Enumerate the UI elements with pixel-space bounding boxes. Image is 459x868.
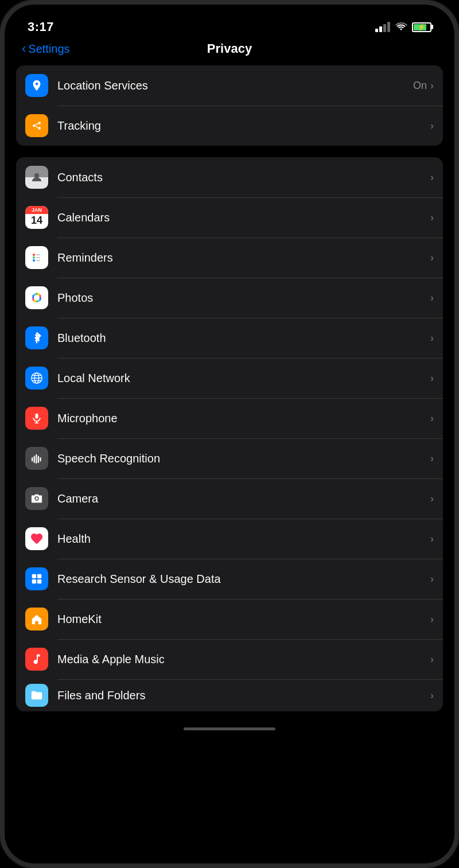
health-icon — [25, 527, 48, 550]
calendars-label: Calendars — [57, 211, 430, 224]
signal-bar-3 — [383, 24, 386, 32]
location-services-icon — [25, 74, 48, 97]
homekit-icon — [25, 608, 48, 630]
contacts-row[interactable]: Contacts › — [16, 157, 443, 197]
camera-chevron-icon: › — [430, 493, 434, 505]
bluetooth-icon — [25, 326, 48, 349]
svg-rect-26 — [36, 414, 38, 419]
microphone-icon — [25, 407, 48, 430]
bluetooth-row[interactable]: Bluetooth › — [16, 318, 443, 358]
svg-rect-39 — [37, 579, 41, 583]
files-folders-chevron-icon: › — [430, 690, 434, 702]
svg-point-1 — [38, 122, 41, 124]
calendars-row[interactable]: JAN 14 Calendars › — [16, 197, 443, 238]
svg-point-20 — [34, 295, 40, 301]
local-network-row[interactable]: Local Network › — [16, 358, 443, 398]
speech-recognition-icon — [25, 447, 48, 470]
phone-screen: 3:17 — [5, 5, 454, 863]
files-folders-icon — [25, 684, 48, 707]
research-sensor-chevron-icon: › — [430, 573, 434, 585]
reminders-label: Reminders — [57, 251, 430, 264]
svg-line-4 — [36, 126, 38, 128]
speech-recognition-chevron-icon: › — [430, 453, 434, 465]
speech-recognition-label: Speech Recognition — [57, 452, 430, 465]
svg-rect-38 — [32, 579, 36, 583]
battery-icon: ⚡ — [412, 22, 431, 32]
signal-bar-1 — [375, 29, 378, 32]
media-music-icon — [25, 648, 48, 671]
nav-bar: ‹ Settings Privacy — [5, 39, 454, 65]
wifi-icon — [395, 21, 407, 33]
reminders-icon — [25, 246, 48, 269]
research-sensor-label: Research Sensor & Usage Data — [57, 573, 430, 586]
research-sensor-icon — [25, 567, 48, 590]
svg-rect-29 — [32, 457, 33, 461]
settings-group-2: Contacts › JAN 14 Calendars › — [16, 157, 443, 711]
location-services-value: On — [413, 80, 427, 92]
tracking-label: Tracking — [57, 119, 430, 133]
health-label: Health — [57, 532, 430, 546]
speech-recognition-row[interactable]: Speech Recognition › — [16, 438, 443, 478]
tracking-chevron-icon: › — [430, 120, 434, 132]
phone-frame: 3:17 — [0, 0, 459, 868]
dynamic-island — [195, 13, 264, 30]
calendars-chevron-icon: › — [430, 212, 434, 224]
files-folders-label: Files and Folders — [57, 689, 430, 702]
back-button[interactable]: ‹ Settings — [22, 41, 70, 56]
svg-rect-31 — [36, 454, 37, 464]
microphone-label: Microphone — [57, 412, 430, 425]
files-folders-row[interactable]: Files and Folders › — [16, 679, 443, 711]
location-services-chevron-icon: › — [430, 80, 434, 92]
svg-rect-33 — [40, 457, 41, 461]
homekit-chevron-icon: › — [430, 613, 434, 625]
settings-group-1: Location Services On › — [16, 65, 443, 146]
svg-rect-9 — [36, 254, 40, 255]
settings-content: Location Services On › — [5, 65, 454, 723]
svg-point-7 — [33, 256, 35, 259]
contacts-label: Contacts — [57, 171, 430, 184]
bluetooth-label: Bluetooth — [57, 332, 430, 345]
bluetooth-chevron-icon: › — [430, 332, 434, 344]
microphone-row[interactable]: Microphone › — [16, 398, 443, 438]
homekit-row[interactable]: HomeKit › — [16, 599, 443, 639]
status-icons: ⚡ — [375, 21, 431, 33]
back-chevron-icon: ‹ — [22, 41, 26, 56]
signal-bar-4 — [387, 22, 390, 32]
photos-label: Photos — [57, 291, 430, 305]
svg-point-2 — [38, 127, 41, 130]
media-music-chevron-icon: › — [430, 653, 434, 665]
photos-chevron-icon: › — [430, 292, 434, 304]
microphone-chevron-icon: › — [430, 412, 434, 425]
tracking-icon — [25, 114, 48, 137]
photos-row[interactable]: Photos › — [16, 278, 443, 318]
contacts-chevron-icon: › — [430, 172, 434, 184]
media-music-label: Media & Apple Music — [57, 653, 430, 666]
research-sensor-row[interactable]: Research Sensor & Usage Data › — [16, 559, 443, 599]
contacts-icon — [25, 166, 48, 189]
local-network-icon — [25, 367, 48, 390]
reminders-row[interactable]: Reminders › — [16, 238, 443, 278]
svg-line-3 — [36, 123, 38, 125]
camera-row[interactable]: Camera › — [16, 478, 443, 519]
local-network-label: Local Network — [57, 372, 430, 385]
svg-rect-37 — [37, 574, 41, 578]
photos-icon — [25, 286, 48, 309]
page-title: Privacy — [207, 41, 252, 56]
signal-icon — [375, 22, 390, 32]
local-network-chevron-icon: › — [430, 372, 434, 384]
svg-point-0 — [33, 124, 36, 127]
location-services-row[interactable]: Location Services On › — [16, 65, 443, 106]
svg-point-35 — [36, 497, 38, 500]
tracking-row[interactable]: Tracking › — [16, 106, 443, 146]
camera-label: Camera — [57, 492, 430, 505]
back-label: Settings — [28, 42, 69, 56]
svg-point-5 — [34, 173, 39, 178]
svg-rect-32 — [38, 456, 39, 464]
svg-rect-11 — [36, 260, 40, 261]
svg-rect-30 — [34, 456, 35, 464]
media-music-row[interactable]: Media & Apple Music › — [16, 639, 443, 679]
health-row[interactable]: Health › — [16, 519, 443, 559]
reminders-chevron-icon: › — [430, 252, 434, 264]
signal-bar-2 — [379, 26, 382, 32]
camera-icon — [25, 487, 48, 510]
